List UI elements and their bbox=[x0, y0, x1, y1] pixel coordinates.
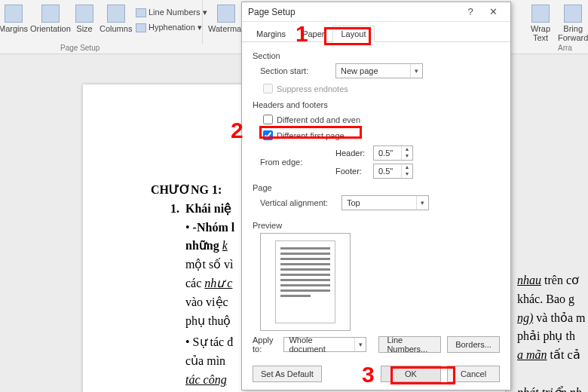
orientation-button[interactable]: Orientation bbox=[30, 5, 71, 33]
watermark-button[interactable]: Watermar bbox=[208, 5, 244, 33]
header-spinner[interactable]: 0.5" ▲▼ bbox=[373, 145, 413, 161]
close-button[interactable]: ✕ bbox=[482, 2, 504, 22]
borders-button[interactable]: Borders... bbox=[447, 336, 500, 353]
section-label: Section bbox=[253, 51, 500, 60]
line-numbers-button[interactable]: Line Numbers ▾ bbox=[136, 8, 207, 17]
preview-box bbox=[260, 233, 351, 331]
tab-margins[interactable]: Margins bbox=[248, 26, 294, 42]
apply-to-combo[interactable]: Whole document▾ bbox=[283, 337, 366, 352]
bring-forward-button[interactable]: Bring Forward bbox=[558, 5, 588, 42]
page-right-overflow: nhau trên cơ khác. Bao g ng) và thỏa m p… bbox=[517, 188, 588, 392]
apply-to-label: Apply to: bbox=[253, 335, 277, 354]
chevron-down-icon: ▾ bbox=[416, 196, 428, 210]
hyphenation-button[interactable]: Hyphenation ▾ bbox=[136, 23, 202, 32]
footer-spinner[interactable]: 0.5" ▲▼ bbox=[373, 164, 413, 179]
page-section-label: Page bbox=[253, 183, 500, 192]
headers-footers-label: Headers and footers bbox=[253, 100, 500, 109]
help-button[interactable]: ? bbox=[459, 2, 482, 22]
section-start-combo[interactable]: New page▾ bbox=[335, 63, 423, 78]
different-odd-even-checkbox[interactable] bbox=[263, 115, 273, 124]
page-setup-dialog: Page Setup ? ✕ Margins Paper Layout Sect… bbox=[241, 2, 511, 390]
size-button[interactable]: Size bbox=[75, 5, 93, 33]
wrap-text-button[interactable]: Wrap Text bbox=[531, 5, 550, 42]
line-numbers-button[interactable]: Line Numbers... bbox=[378, 336, 441, 353]
dialog-tabs: Margins Paper Layout bbox=[242, 25, 510, 42]
different-odd-even-label: Different odd and even bbox=[277, 115, 360, 124]
margins-button[interactable]: Margins bbox=[0, 5, 28, 33]
preview-label: Preview bbox=[253, 221, 500, 230]
tab-paper[interactable]: Paper bbox=[294, 26, 332, 42]
cancel-button[interactable]: Cancel bbox=[447, 366, 500, 382]
chevron-down-icon: ▾ bbox=[354, 338, 366, 351]
different-first-page-checkbox[interactable] bbox=[263, 130, 273, 140]
footer-label: Footer: bbox=[335, 167, 373, 176]
section-start-label: Section start: bbox=[253, 66, 335, 75]
suppress-endnotes-checkbox bbox=[263, 84, 273, 93]
ok-button[interactable]: OK bbox=[381, 366, 441, 382]
vertical-alignment-combo[interactable]: Top▾ bbox=[341, 195, 429, 210]
dialog-title: Page Setup bbox=[248, 2, 296, 22]
tab-layout[interactable]: Layout bbox=[332, 26, 374, 42]
page-setup-group-label: Page Setup bbox=[60, 44, 100, 52]
columns-button[interactable]: Columns bbox=[100, 5, 132, 33]
arrange-group-label: Arra bbox=[558, 44, 572, 52]
vertical-alignment-label: Vertical alignment: bbox=[253, 198, 341, 207]
header-label: Header: bbox=[335, 149, 373, 158]
suppress-endnotes-label: Suppress endnotes bbox=[277, 84, 348, 93]
preview-page-thumb bbox=[275, 240, 335, 323]
set-as-default-button[interactable]: Set As Default bbox=[253, 366, 322, 382]
dialog-titlebar: Page Setup ? ✕ bbox=[242, 2, 510, 22]
different-first-page-label: Different first page bbox=[277, 131, 345, 140]
from-edge-label: From edge: bbox=[253, 158, 335, 167]
chevron-down-icon: ▾ bbox=[410, 64, 422, 78]
